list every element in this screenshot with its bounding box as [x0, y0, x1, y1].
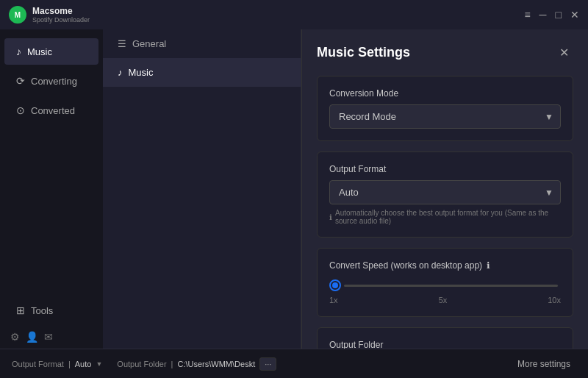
- sidebar-item-music[interactable]: ♪ Music: [4, 38, 98, 65]
- hint-icon: ℹ: [329, 213, 332, 221]
- bottom-format-value: Auto: [75, 360, 92, 368]
- sidebar-item-converting[interactable]: ⟳ Converting: [4, 68, 98, 94]
- speed-label: Convert Speed (works on desktop app): [329, 260, 482, 271]
- avatar-btn[interactable]: 👤: [26, 331, 38, 343]
- sidebar-item-music-label: Music: [27, 46, 52, 57]
- app-logo: M: [9, 6, 26, 24]
- minimize-icon[interactable]: ─: [539, 9, 547, 21]
- output-folder-label: Output Folder: [329, 340, 561, 349]
- bottom-bar: Output Format | Auto ▼ Output Folder | C…: [0, 349, 588, 378]
- sidebar-item-converting-label: Converting: [31, 76, 77, 87]
- close-icon[interactable]: ✕: [570, 9, 579, 21]
- app-logo-text: M: [15, 11, 21, 19]
- hint-text-content: Automatically choose the best output for…: [335, 209, 561, 225]
- bottom-folder-browse-btn[interactable]: ···: [259, 357, 276, 371]
- music-settings-label: Music: [129, 67, 154, 78]
- main-layout: ♪ Music ⟳ Converting ⊙ Converted ⊞ Tools…: [0, 29, 588, 349]
- menu-icon[interactable]: ≡: [524, 9, 530, 21]
- tools-icon: ⊞: [16, 304, 25, 316]
- close-dialog-btn[interactable]: ✕: [555, 44, 573, 61]
- app-subtitle: Spotify Downloader: [32, 16, 90, 24]
- radio-inner: [332, 282, 338, 288]
- music-icon: ♪: [16, 46, 21, 57]
- speed-mid: 5x: [439, 296, 448, 304]
- more-settings-label: More settings: [517, 359, 570, 369]
- converted-icon: ⊙: [16, 104, 25, 116]
- converting-icon: ⟳: [16, 75, 25, 87]
- bottom-folder-section: Output Folder | C:\Users\WMM\Deskt ···: [117, 357, 276, 371]
- app-name-block: Macsome Spotify Downloader: [32, 6, 90, 24]
- more-settings-btn[interactable]: More settings: [512, 356, 576, 372]
- sidebar-item-tools[interactable]: ⊞ Tools: [4, 297, 98, 324]
- bottom-format-section: Output Format | Auto ▼: [12, 360, 102, 368]
- speed-max: 10x: [548, 296, 561, 304]
- modal-header: Music Settings ✕: [317, 44, 573, 61]
- output-format-select[interactable]: Auto MP3 AAC FLAC WAV OGG: [329, 180, 561, 204]
- output-format-section: Output Format Auto MP3 AAC FLAC WAV OGG …: [317, 151, 573, 238]
- speed-slider-row: [329, 279, 561, 291]
- modal-title: Music Settings: [317, 45, 410, 60]
- convert-speed-section: Convert Speed (works on desktop app) ℹ 1…: [317, 248, 573, 317]
- output-format-hint: ℹ Automatically choose the best output f…: [329, 209, 561, 225]
- conversion-mode-section: Conversion Mode Record Mode Download Mod…: [317, 76, 573, 141]
- bottom-format-label: Output Format: [12, 360, 64, 368]
- sidebar-item-converted[interactable]: ⊙ Converted: [4, 97, 98, 124]
- mail-icon-btn[interactable]: ✉: [44, 331, 53, 343]
- music-settings-icon: ♪: [118, 67, 123, 78]
- bottom-folder-label: Output Folder: [117, 360, 166, 368]
- speed-radio[interactable]: [329, 279, 341, 291]
- sidebar-icons-row: ⚙ 👤 ✉: [0, 325, 103, 349]
- bottom-format-arrow: ▼: [96, 360, 102, 368]
- sidebar: ♪ Music ⟳ Converting ⊙ Converted ⊞ Tools…: [0, 29, 103, 349]
- app-name: Macsome: [32, 6, 90, 16]
- settings-panel-general[interactable]: ☰ General: [103, 29, 301, 58]
- output-format-label: Output Format: [329, 164, 561, 174]
- output-folder-section: Output Folder ···: [317, 327, 573, 349]
- conversion-mode-select-wrapper: Record Mode Download Mode ▼: [329, 104, 561, 129]
- modal-overlay: ☰ General ♪ Music Music Settings ✕ Conve…: [103, 29, 588, 349]
- speed-track[interactable]: [344, 285, 558, 287]
- speed-labels: 1x 5x 10x: [329, 296, 561, 304]
- conversion-mode-select[interactable]: Record Mode Download Mode: [329, 104, 561, 129]
- general-icon: ☰: [118, 38, 126, 49]
- general-label: General: [132, 38, 166, 49]
- speed-info-icon: ℹ: [487, 260, 490, 271]
- bottom-folder-value: C:\Users\WMM\Deskt: [177, 360, 255, 368]
- speed-label-row: Convert Speed (works on desktop app) ℹ: [329, 260, 561, 271]
- conversion-mode-label: Conversion Mode: [329, 88, 561, 99]
- output-format-select-wrapper: Auto MP3 AAC FLAC WAV OGG ▼: [329, 180, 561, 204]
- maximize-icon[interactable]: □: [556, 9, 562, 21]
- titlebar-controls: ≡ ─ □ ✕: [524, 9, 579, 21]
- speed-min: 1x: [329, 296, 338, 304]
- sidebar-item-converted-label: Converted: [31, 105, 75, 116]
- bottom-format-divider: |: [68, 360, 71, 368]
- settings-icon-btn[interactable]: ⚙: [10, 331, 20, 343]
- bottom-folder-divider: |: [171, 360, 173, 368]
- settings-panel-music[interactable]: ♪ Music: [103, 58, 301, 87]
- titlebar-left: M Macsome Spotify Downloader: [9, 6, 90, 24]
- content-area: Spotify Converter 🌐 Switch to Web player…: [103, 29, 588, 349]
- settings-sidebar-panel: ☰ General ♪ Music: [103, 29, 301, 349]
- titlebar: M Macsome Spotify Downloader ≡ ─ □ ✕: [0, 0, 588, 29]
- music-settings-dialog: Music Settings ✕ Conversion Mode Record …: [301, 29, 588, 349]
- sidebar-item-tools-label: Tools: [31, 305, 53, 316]
